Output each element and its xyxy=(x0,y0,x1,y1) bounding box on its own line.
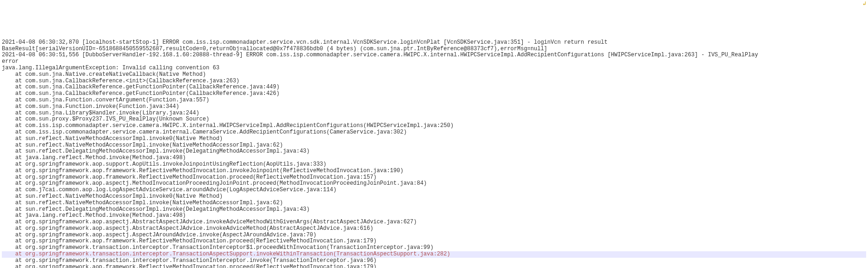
log-output[interactable]: 2021-04-08 06:30:32,870 [localhost-start… xyxy=(0,39,868,268)
log-line[interactable]: at org.springframework.aop.framework.Ref… xyxy=(2,174,866,181)
log-line[interactable]: 2021-04-08 06:30:32,870 [localhost-start… xyxy=(2,40,866,46)
log-line[interactable]: at com.sun.proxy.$Proxy237.IVS_PU_RealPl… xyxy=(2,116,866,123)
log-line[interactable]: at com.sun.jna.CallbackReference.getFunc… xyxy=(2,84,866,91)
log-line[interactable]: 2021-04-08 06:30:51,556 [DubboServerHand… xyxy=(2,52,866,59)
log-line[interactable]: at com.j7cai.common.aop.log.LogAspectAdv… xyxy=(2,187,866,194)
log-line[interactable]: at org.springframework.transaction.inter… xyxy=(2,245,866,251)
log-line[interactable]: at org.springframework.aop.framework.Ref… xyxy=(2,264,866,268)
log-line[interactable]: at sun.reflect.NativeMethodAccessorImpl.… xyxy=(2,142,866,149)
log-line[interactable]: at org.springframework.aop.framework.Ref… xyxy=(2,238,866,245)
log-line[interactable]: at com.iss.isp.commonadapter.service.cam… xyxy=(2,129,866,136)
soft-wrap-icon[interactable]: ↲ xyxy=(863,1,866,7)
log-line[interactable]: at sun.reflect.DelegatingMethodAccessorI… xyxy=(2,207,866,213)
log-line[interactable]: at org.springframework.aop.aspectj.Abstr… xyxy=(2,226,866,232)
log-line[interactable]: at java.lang.reflect.Method.invoke(Metho… xyxy=(2,155,866,161)
log-line[interactable]: at com.sun.jna.CallbackReference.<init>(… xyxy=(2,78,866,85)
log-line[interactable]: at org.springframework.aop.aspectj.Metho… xyxy=(2,181,866,187)
log-line[interactable]: at org.springframework.aop.support.AopUt… xyxy=(2,161,866,168)
log-line[interactable]: java.lang.IllegalArgumentException: Inva… xyxy=(2,65,866,72)
log-line[interactable]: at sun.reflect.NativeMethodAccessorImpl.… xyxy=(2,200,866,207)
log-line[interactable]: at org.springframework.transaction.inter… xyxy=(2,251,866,258)
log-line[interactable]: at sun.reflect.DelegatingMethodAccessorI… xyxy=(2,148,866,155)
log-line[interactable]: at org.springframework.aop.aspectj.Aspec… xyxy=(2,232,866,239)
log-line[interactable]: at sun.reflect.NativeMethodAccessorImpl.… xyxy=(2,194,866,200)
log-line[interactable]: at org.springframework.aop.aspectj.Abstr… xyxy=(2,219,866,226)
log-line[interactable]: at com.sun.jna.Native.createNativeCallba… xyxy=(2,72,866,78)
log-line[interactable]: at com.iss.isp.commonadapter.service.cam… xyxy=(2,123,866,129)
log-line[interactable]: at com.sun.jna.Library$Handler.invoke(Li… xyxy=(2,110,866,117)
log-text: at org.springframework.transaction.inter… xyxy=(2,251,450,257)
log-line[interactable]: at com.sun.jna.Function.invoke(Function.… xyxy=(2,104,866,110)
log-line[interactable]: error xyxy=(2,59,866,65)
log-line[interactable]: BaseResult[serialVersionUID=-65186884505… xyxy=(2,46,866,53)
log-line[interactable]: at com.sun.jna.CallbackReference.getFunc… xyxy=(2,91,866,97)
log-line[interactable]: at java.lang.reflect.Method.invoke(Metho… xyxy=(2,213,866,219)
log-line[interactable]: at org.springframework.transaction.inter… xyxy=(2,258,866,264)
log-line[interactable]: at org.springframework.aop.framework.Ref… xyxy=(2,168,866,174)
log-line[interactable]: at com.sun.jna.Function.convertArgument(… xyxy=(2,97,866,104)
log-line[interactable]: at sun.reflect.NativeMethodAccessorImpl.… xyxy=(2,136,866,142)
